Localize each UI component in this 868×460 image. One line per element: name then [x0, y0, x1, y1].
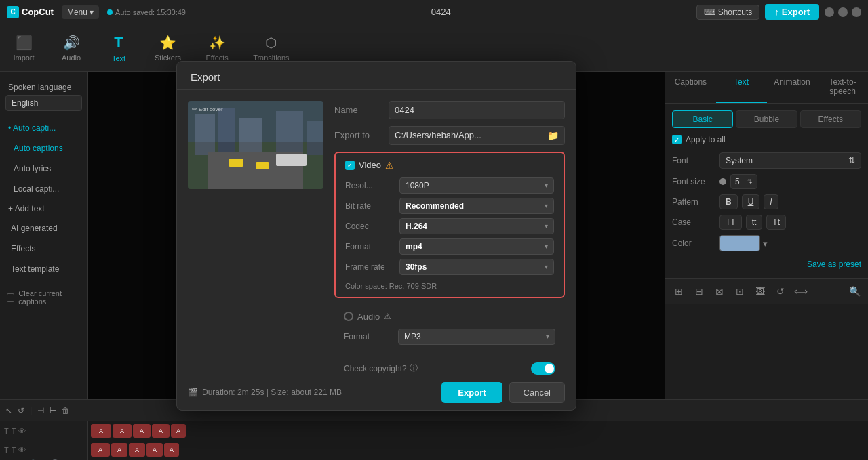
close-button[interactable]: [852, 7, 861, 17]
audio-check-icon[interactable]: [344, 312, 353, 321]
tool-text[interactable]: T Text: [102, 31, 136, 65]
modal-form: Name Export to C:/Users/hebah/App... 📁: [334, 101, 565, 375]
titlecase-button[interactable]: Tt: [766, 215, 786, 230]
font-select[interactable]: System ⇅: [719, 152, 861, 169]
name-input[interactable]: [389, 101, 565, 119]
cursor-tool-icon[interactable]: ↖: [5, 406, 12, 415]
caption-clip[interactable]: A: [91, 443, 110, 457]
caption-clip[interactable]: A: [171, 424, 186, 438]
lowercase-button[interactable]: tt: [746, 215, 763, 230]
export-button[interactable]: Export: [441, 382, 502, 403]
topbar-right: ⌨ Shortcuts ↑ Export: [696, 4, 861, 20]
caption-clip[interactable]: A: [133, 424, 151, 438]
caption-clip[interactable]: A: [111, 443, 127, 457]
image-icon[interactable]: 🖼: [752, 283, 768, 299]
resolution-select[interactable]: 1080P ▾: [399, 177, 554, 194]
bitrate-select[interactable]: Recommended ▾: [399, 198, 554, 214]
sidebar-item-effects[interactable]: Effects: [3, 240, 85, 257]
folder-icon[interactable]: 📁: [547, 130, 559, 141]
export-path-input[interactable]: C:/Users/hebah/App... 📁: [389, 126, 565, 145]
codec-row: Codec H.264 ▾: [345, 218, 554, 234]
modal-footer: 🎬 Duration: 2m 25s | Size: about 221 MB …: [177, 375, 576, 410]
trim-icon[interactable]: ⊠: [711, 283, 728, 299]
caption-clip[interactable]: A: [164, 443, 179, 457]
sub-tab-basic[interactable]: Basic: [672, 110, 733, 128]
mirror-icon[interactable]: ⟺: [793, 283, 809, 299]
sidebar-item-auto-lyrics[interactable]: Auto lyrics: [3, 160, 85, 177]
footer-buttons: Export Cancel: [441, 382, 565, 403]
caption-clips: A A A A A: [88, 421, 868, 440]
video-check-icon[interactable]: ✓: [345, 161, 355, 170]
save-preset-button[interactable]: Save as preset: [672, 257, 861, 272]
codec-select[interactable]: H.264 ▾: [399, 218, 554, 234]
underline-button[interactable]: U: [742, 194, 760, 209]
bold-button[interactable]: B: [719, 194, 738, 209]
caption-clip[interactable]: A: [129, 443, 145, 457]
caption-clip[interactable]: A: [113, 424, 132, 438]
font-size-value[interactable]: 5 ⇅: [730, 174, 757, 189]
uppercase-button[interactable]: TT: [719, 215, 742, 230]
framerate-chevron-icon: ▾: [545, 263, 548, 270]
clear-captions-checkbox[interactable]: [7, 293, 14, 302]
transitions-icon: ⬡: [265, 35, 277, 51]
format-chevron-icon: ▾: [545, 243, 548, 250]
delete-icon[interactable]: 🗑: [62, 406, 70, 415]
shortcuts-button[interactable]: ⌨ Shortcuts: [696, 5, 760, 20]
sidebar-item-text-template[interactable]: Text template: [3, 260, 85, 278]
copyright-toggle[interactable]: [531, 362, 555, 375]
split-icon[interactable]: ⊞: [671, 283, 687, 299]
audio-format-select[interactable]: MP3 ▾: [398, 329, 555, 345]
eye-icon[interactable]: 👁: [18, 446, 26, 454]
tab-text[interactable]: Text: [716, 72, 767, 103]
split-tool-icon[interactable]: |: [30, 406, 32, 415]
caption-clip[interactable]: A: [146, 443, 163, 457]
eye-icon[interactable]: 👁: [18, 427, 26, 435]
framerate-row: Frame rate 30fps ▾: [345, 259, 554, 275]
cancel-button[interactable]: Cancel: [509, 382, 565, 403]
caption-clip[interactable]: A: [91, 424, 111, 438]
sidebar-item-auto-captions[interactable]: Auto captions: [3, 140, 85, 157]
stickers-icon: ⭐: [159, 35, 176, 51]
pattern-row: Pattern B U I: [672, 194, 861, 209]
refresh-icon[interactable]: ↺: [772, 283, 789, 299]
framerate-select[interactable]: 30fps ▾: [399, 259, 554, 275]
format-select[interactable]: mp4 ▾: [399, 238, 554, 255]
sidebar-item-add-text[interactable]: + Add text: [0, 200, 87, 217]
modal-preview-area: ✏ Edit cover: [188, 101, 323, 375]
text-track-icon: T: [4, 427, 9, 435]
merge-icon[interactable]: ⊟: [691, 283, 707, 299]
spoken-language-value[interactable]: English: [5, 95, 82, 111]
undo-icon[interactable]: ↺: [18, 406, 24, 415]
film-icon: 🎬: [188, 388, 198, 397]
maximize-button[interactable]: [838, 7, 848, 17]
tab-animation[interactable]: Animation: [767, 72, 818, 103]
trim-left-icon[interactable]: ⊣: [37, 406, 44, 415]
tool-import[interactable]: ⬛ Import: [7, 32, 41, 64]
tool-effects[interactable]: ✨ Effects: [200, 32, 234, 64]
sidebar-item-auto-capti[interactable]: • Auto capti...: [3, 119, 85, 137]
apply-all-check-icon[interactable]: ✓: [672, 135, 682, 144]
sidebar-item-local-capti[interactable]: Local capti...: [3, 180, 85, 198]
italic-button[interactable]: I: [764, 194, 778, 209]
track-area-1: A A A A A: [88, 421, 868, 440]
tab-captions[interactable]: Captions: [665, 72, 716, 103]
trim-right-icon[interactable]: ⊢: [50, 406, 56, 415]
tool-transitions[interactable]: ⬡ Transitions: [248, 32, 294, 64]
zoom-icon[interactable]: 🔍: [846, 283, 863, 299]
menu-button[interactable]: Menu ▾: [62, 5, 99, 19]
caption-clip[interactable]: A: [152, 424, 170, 438]
minimize-button[interactable]: [825, 7, 834, 17]
crop-icon[interactable]: ⊡: [732, 283, 748, 299]
color-swatch[interactable]: [719, 235, 760, 251]
tool-stickers[interactable]: ⭐ Stickers: [149, 32, 186, 64]
spoken-language-label: Spoken language: [5, 83, 82, 92]
clear-captions-row[interactable]: Clear current captions: [0, 285, 87, 310]
right-panel: Captions Text Animation Text-to-speech B…: [665, 72, 868, 399]
sub-tab-effects[interactable]: Effects: [800, 110, 861, 128]
sidebar-item-ai-generated[interactable]: AI generated: [3, 219, 85, 237]
tab-text-to-speech[interactable]: Text-to-speech: [817, 72, 868, 103]
sub-tab-bubble[interactable]: Bubble: [736, 110, 797, 128]
tool-audio[interactable]: 🔊 Audio: [54, 32, 88, 64]
svg-text:✏: ✏: [192, 106, 197, 112]
top-export-button[interactable]: ↑ Export: [765, 4, 819, 20]
